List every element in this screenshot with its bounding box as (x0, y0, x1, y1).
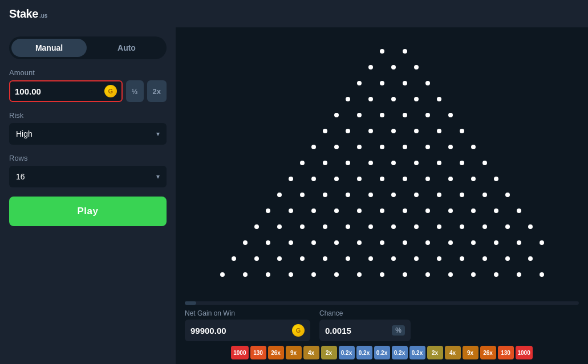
svg-point-105 (254, 256, 259, 261)
svg-point-116 (505, 256, 510, 261)
risk-value: High (16, 129, 156, 138)
svg-point-87 (482, 224, 487, 229)
svg-point-51 (448, 177, 453, 181)
multiplier-badge: 26x (268, 346, 284, 359)
svg-point-39 (391, 161, 396, 165)
tab-auto[interactable]: Auto (89, 39, 164, 57)
svg-point-71 (403, 208, 407, 213)
svg-point-101 (494, 240, 498, 245)
svg-point-77 (254, 224, 259, 229)
half-button[interactable]: ½ (126, 80, 144, 102)
svg-point-7 (403, 81, 407, 85)
logo: Stake .us (9, 7, 47, 21)
risk-label: Risk (9, 111, 167, 120)
svg-point-85 (437, 224, 441, 229)
net-gain-input-wrap: 99900.00 G (185, 320, 310, 341)
net-gain-row: Net Gain on Win 99900.00 G Chance 0.0015… (185, 309, 579, 341)
svg-point-66 (289, 208, 293, 213)
svg-point-36 (323, 161, 327, 165)
left-panel: Manual Auto Amount G ½ 2x Risk High ▾ (0, 27, 176, 364)
svg-point-61 (437, 193, 441, 197)
svg-point-32 (425, 145, 430, 149)
svg-point-90 (243, 240, 248, 245)
svg-point-30 (380, 145, 384, 149)
svg-point-67 (311, 208, 316, 213)
svg-point-38 (368, 161, 373, 165)
tab-manual[interactable]: Manual (11, 39, 87, 57)
svg-point-124 (357, 272, 362, 277)
amount-label: Amount (9, 68, 167, 77)
svg-point-22 (368, 129, 373, 133)
plinko-area (176, 27, 588, 297)
amount-field-group: Amount G ½ 2x (9, 68, 167, 102)
svg-point-12 (414, 97, 419, 101)
svg-point-60 (414, 193, 419, 197)
svg-point-100 (471, 240, 476, 245)
svg-point-3 (391, 65, 396, 69)
svg-point-132 (540, 272, 544, 277)
svg-point-58 (368, 193, 373, 197)
svg-point-28 (334, 145, 339, 149)
svg-point-81 (346, 224, 350, 229)
scroll-thumb (185, 301, 196, 305)
svg-point-96 (380, 240, 384, 245)
svg-point-33 (448, 145, 453, 149)
multiplier-badge: 0.2x (339, 346, 355, 359)
svg-point-34 (471, 145, 476, 149)
net-gain-value: 99900.00 (190, 326, 289, 336)
svg-point-125 (380, 272, 384, 277)
svg-point-6 (380, 81, 384, 85)
amount-row: G ½ 2x (9, 80, 167, 102)
right-panel: Net Gain on Win 99900.00 G Chance 0.0015… (176, 27, 588, 364)
svg-point-11 (391, 97, 396, 101)
play-button[interactable]: Play (9, 197, 167, 226)
svg-point-92 (289, 240, 293, 245)
multiplier-badge: 9x (463, 346, 478, 359)
svg-point-13 (437, 97, 441, 101)
svg-point-82 (368, 224, 373, 229)
bottom-bar: Net Gain on Win 99900.00 G Chance 0.0015… (176, 297, 588, 364)
svg-point-69 (357, 208, 362, 213)
svg-point-19 (448, 113, 453, 117)
svg-point-70 (380, 208, 384, 213)
svg-point-95 (357, 240, 362, 245)
svg-point-113 (437, 256, 441, 261)
net-gain-field: Net Gain on Win 99900.00 G (185, 309, 310, 341)
rows-select[interactable]: 16 ▾ (9, 166, 167, 187)
multiplier-badge: 4x (303, 346, 319, 359)
svg-point-123 (334, 272, 339, 277)
svg-point-98 (425, 240, 430, 245)
multiplier-badge: 1000 (516, 346, 533, 359)
svg-point-35 (300, 161, 305, 165)
rows-label: Rows (9, 154, 167, 162)
multiplier-badge: 2x (321, 346, 337, 359)
svg-point-68 (334, 208, 339, 213)
svg-point-129 (471, 272, 476, 277)
risk-select[interactable]: High ▾ (9, 123, 167, 145)
svg-point-49 (403, 177, 407, 181)
double-button[interactable]: 2x (147, 80, 167, 102)
svg-point-107 (300, 256, 305, 261)
multiplier-badge: 26x (480, 346, 496, 359)
scroll-track[interactable] (185, 301, 579, 305)
svg-point-5 (357, 81, 362, 85)
svg-point-94 (334, 240, 339, 245)
svg-point-55 (300, 193, 305, 197)
svg-point-118 (220, 272, 225, 277)
svg-point-128 (448, 272, 453, 277)
multiplier-badge: 2x (427, 346, 443, 359)
svg-point-45 (311, 177, 316, 181)
multiplier-badge: 0.2x (409, 346, 425, 359)
plinko-svg (217, 39, 548, 284)
svg-point-119 (243, 272, 248, 277)
amount-input-wrap: G (9, 80, 123, 102)
svg-point-48 (380, 177, 384, 181)
multiplier-badge: 0.2x (374, 346, 390, 359)
svg-point-130 (494, 272, 498, 277)
svg-point-50 (425, 177, 430, 181)
svg-point-47 (357, 177, 362, 181)
svg-point-76 (517, 208, 521, 213)
svg-point-4 (414, 65, 419, 69)
top-nav: Stake .us (0, 0, 588, 27)
amount-input[interactable] (15, 87, 104, 96)
